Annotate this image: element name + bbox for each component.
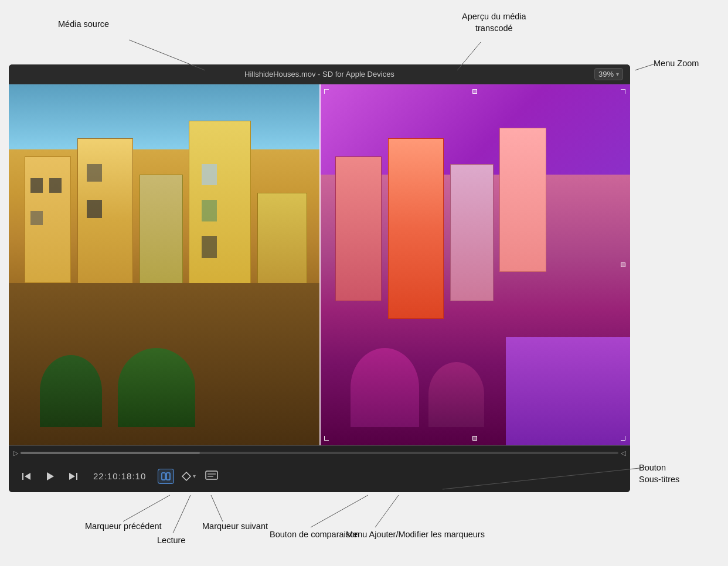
compare-button[interactable] (158, 469, 174, 484)
label-marqueur-precedent: Marqueur précédent (85, 520, 162, 532)
bld-2 (77, 138, 133, 301)
rtree-2 (428, 362, 484, 427)
video-left-panel (9, 84, 319, 445)
split-line (319, 84, 321, 445)
subtitle-button[interactable] (205, 470, 218, 482)
rtree-1 (351, 348, 419, 428)
rbld-3 (450, 164, 494, 301)
play-button[interactable] (42, 468, 58, 485)
video-right-panel (319, 84, 630, 445)
village-scene-left (9, 84, 319, 445)
handle-bottom-left[interactable] (324, 436, 329, 441)
playback-row: 22:10:18:10 ▾ (9, 460, 630, 492)
sea-purple (506, 337, 630, 445)
handle-top-center[interactable] (472, 89, 477, 94)
village-scene-right (319, 84, 630, 445)
rbld-2 (388, 138, 444, 319)
bld-3 (140, 175, 183, 301)
label-apercu: Aperçu du médiatranscodé (462, 11, 526, 35)
next-marker-button[interactable] (65, 468, 81, 485)
handle-top-right[interactable] (621, 89, 625, 94)
label-media-source: Média source (58, 18, 109, 30)
handle-top-left[interactable] (324, 89, 329, 94)
marker-menu-button[interactable]: ▾ (181, 471, 196, 482)
video-area (9, 84, 630, 445)
timecode-display: 22:10:18:10 (93, 471, 146, 481)
svg-rect-15 (166, 473, 170, 480)
w8 (202, 236, 217, 258)
handle-bottom-center[interactable] (472, 436, 477, 441)
w3 (30, 211, 43, 226)
svg-marker-13 (69, 473, 75, 480)
svg-marker-16 (182, 472, 190, 480)
svg-rect-14 (162, 473, 165, 480)
scrubber-progress (21, 452, 200, 454)
sky-left (9, 84, 319, 149)
w1 (30, 178, 43, 193)
w6 (202, 164, 217, 186)
w4 (87, 164, 103, 182)
title-text: HillshideHouses.mov - SD for Apple Devic… (218, 70, 420, 79)
label-menu-ajouter: Menu Ajouter/Modifier les marqueurs (346, 529, 485, 540)
svg-marker-10 (25, 473, 30, 480)
controls-bar: ▷ ◁ (9, 445, 630, 492)
tree-1 (40, 355, 102, 427)
w7 (202, 200, 217, 221)
label-lecture: Lecture (157, 534, 185, 546)
scrubber-start-marker[interactable]: ▷ (13, 449, 18, 457)
handle-right-center[interactable] (621, 262, 625, 267)
label-marqueur-suivant: Marqueur suivant (202, 520, 268, 532)
zoom-value: 39% (598, 70, 614, 79)
svg-rect-17 (206, 471, 217, 479)
rbld-4 (499, 128, 546, 272)
label-bouton-sous-titres: BoutonSous-titres (639, 462, 679, 486)
tree-2 (118, 348, 196, 428)
w5 (87, 200, 103, 218)
w2 (49, 178, 62, 193)
svg-rect-9 (22, 473, 23, 480)
svg-rect-12 (76, 473, 77, 480)
scrubber-end-marker[interactable]: ◁ (621, 449, 625, 457)
zoom-menu-button[interactable]: 39% ▾ (594, 68, 623, 80)
marker-menu-chevron: ▾ (193, 473, 196, 479)
label-menu-zoom: Menu Zoom (654, 57, 699, 69)
title-bar: HillshideHouses.mov - SD for Apple Devic… (9, 64, 630, 84)
handle-bottom-right[interactable] (621, 436, 625, 441)
scrubber-row: ▷ ◁ (9, 446, 630, 460)
rbld-1 (335, 156, 382, 301)
scrubber-track[interactable] (21, 452, 618, 454)
zoom-chevron: ▾ (616, 71, 619, 77)
prev-marker-button[interactable] (18, 468, 35, 485)
player-container: HillshideHouses.mov - SD for Apple Devic… (9, 64, 630, 492)
svg-marker-11 (47, 472, 54, 480)
